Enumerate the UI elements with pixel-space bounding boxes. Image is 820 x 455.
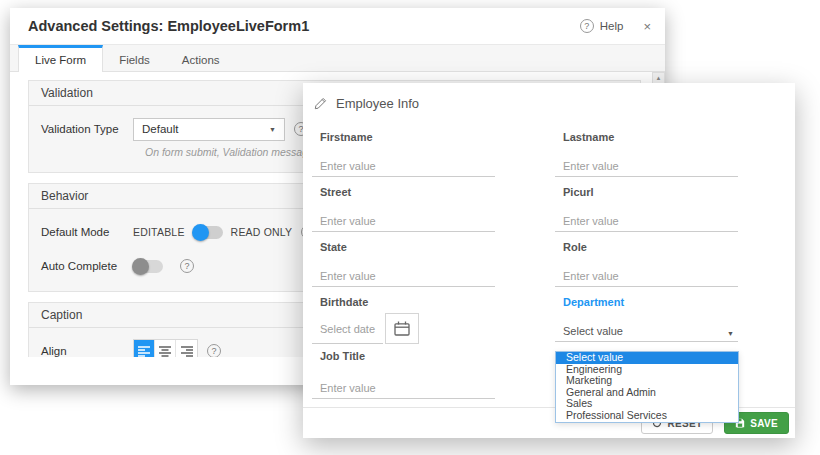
- lastname-label: Lastname: [555, 131, 738, 143]
- department-select[interactable]: Select value ▼: [555, 321, 738, 342]
- placeholder: Select date: [320, 323, 375, 335]
- state-input[interactable]: Enter value: [312, 266, 495, 287]
- department-label: Department: [555, 296, 738, 308]
- desktop: Advanced Settings: EmployeeLiveForm1 ? H…: [0, 0, 820, 455]
- help-icon[interactable]: ?: [580, 19, 594, 33]
- placeholder: Enter value: [320, 215, 376, 227]
- street-label: Street: [312, 186, 495, 198]
- role-input[interactable]: Enter value: [555, 266, 738, 287]
- form-title: Employee Info: [336, 96, 419, 111]
- street-field: Street Enter value: [312, 186, 495, 241]
- validation-type-value: Default: [142, 123, 178, 135]
- firstname-input[interactable]: Enter value: [312, 156, 495, 177]
- lastname-field: Lastname Enter value: [555, 131, 738, 186]
- caret-down-icon: ▼: [727, 330, 734, 337]
- birthdate-input[interactable]: Select date: [312, 315, 383, 344]
- department-value: Select value: [563, 325, 623, 337]
- state-label: State: [312, 241, 495, 253]
- department-dropdown: Select value Engineering Marketing Gener…: [555, 351, 739, 423]
- form-header: Employee Info: [303, 83, 795, 111]
- tab-fields[interactable]: Fields: [103, 45, 166, 71]
- placeholder: Enter value: [563, 215, 619, 227]
- toggle-knob: [132, 258, 149, 275]
- placeholder: Enter value: [320, 382, 376, 394]
- firstname-field: Firstname Enter value: [312, 131, 495, 186]
- tab-actions[interactable]: Actions: [166, 45, 236, 71]
- placeholder: Enter value: [563, 160, 619, 172]
- department-field: Department Select value ▼ Select value E…: [555, 296, 738, 350]
- close-icon[interactable]: ×: [643, 19, 651, 34]
- validation-type-select[interactable]: Default ▼: [133, 118, 285, 141]
- header-actions: ? Help ×: [580, 19, 651, 34]
- birthdate-label: Birthdate: [312, 296, 495, 308]
- form-fields: Firstname Enter value Lastname Enter val…: [303, 111, 795, 405]
- align-center-button[interactable]: [155, 340, 176, 357]
- align-right-button[interactable]: [176, 340, 197, 357]
- picurl-input[interactable]: Enter value: [555, 211, 738, 232]
- align-left-button[interactable]: [134, 340, 155, 357]
- save-label: SAVE: [750, 418, 778, 429]
- tab-live-form[interactable]: Live Form: [18, 45, 103, 72]
- align-center-icon: [159, 346, 171, 357]
- caret-down-icon: ▼: [269, 126, 276, 133]
- default-mode-label: Default Mode: [41, 226, 133, 238]
- read-only-label: READ ONLY: [231, 226, 293, 238]
- default-mode-toggle[interactable]: [193, 226, 223, 239]
- auto-complete-toggle[interactable]: [133, 260, 163, 273]
- align-left-icon: [138, 346, 150, 357]
- placeholder: Enter value: [320, 160, 376, 172]
- job-title-field: Job Title Enter value: [312, 350, 495, 405]
- dropdown-option[interactable]: Select value: [556, 352, 738, 364]
- help-link[interactable]: Help: [600, 20, 624, 32]
- picurl-field: Picurl Enter value: [555, 186, 738, 241]
- settings-header: Advanced Settings: EmployeeLiveForm1 ? H…: [10, 8, 665, 45]
- role-field: Role Enter value: [555, 241, 738, 296]
- role-label: Role: [555, 241, 738, 253]
- align-help-icon[interactable]: ?: [207, 344, 221, 357]
- birthdate-field: Birthdate Select date: [312, 296, 495, 350]
- lastname-input[interactable]: Enter value: [555, 156, 738, 177]
- auto-complete-label: Auto Complete: [41, 260, 133, 272]
- validation-type-label: Validation Type: [41, 123, 133, 135]
- job-title-input[interactable]: Enter value: [312, 378, 495, 399]
- calendar-button[interactable]: [385, 313, 419, 344]
- dropdown-option[interactable]: Professional Services: [556, 410, 738, 422]
- picurl-label: Picurl: [555, 186, 738, 198]
- employee-info-window: Employee Info Firstname Enter value Last…: [303, 83, 795, 438]
- pencil-icon: [314, 97, 327, 110]
- auto-complete-help-icon[interactable]: ?: [180, 259, 194, 273]
- calendar-icon: [394, 321, 410, 336]
- align-label: Align: [41, 345, 133, 357]
- street-input[interactable]: Enter value: [312, 211, 495, 232]
- job-title-label: Job Title: [312, 350, 495, 362]
- placeholder: Enter value: [563, 270, 619, 282]
- settings-tabbar: Live Form Fields Actions: [10, 45, 665, 72]
- align-right-icon: [181, 346, 193, 357]
- editable-label: EDITABLE: [133, 226, 185, 238]
- state-field: State Enter value: [312, 241, 495, 296]
- firstname-label: Firstname: [312, 131, 495, 143]
- align-button-group: [133, 339, 198, 357]
- settings-title: Advanced Settings: EmployeeLiveForm1: [28, 18, 580, 34]
- toggle-knob: [192, 224, 209, 241]
- placeholder: Enter value: [320, 270, 376, 282]
